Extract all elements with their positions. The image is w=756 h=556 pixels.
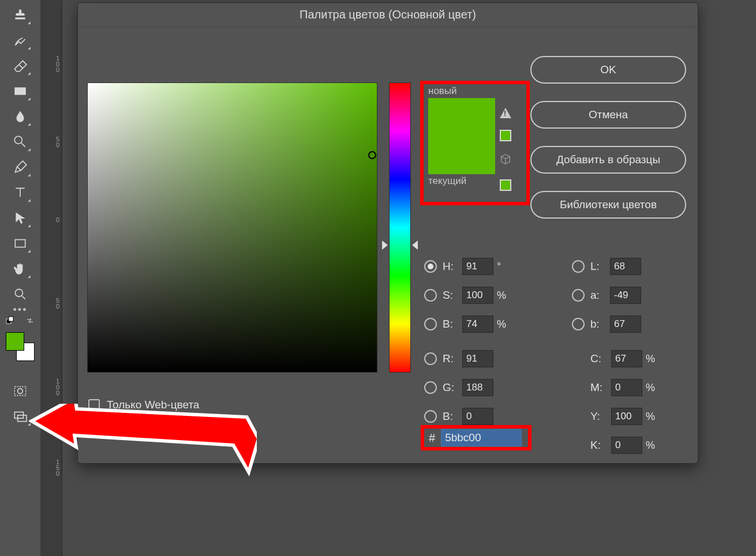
hue-handle-right-icon[interactable]: [412, 241, 418, 250]
svg-rect-6: [14, 386, 26, 395]
l-radio[interactable]: [572, 260, 585, 273]
path-select-tool-icon[interactable]: [6, 206, 34, 230]
b-hsb-label: B:: [443, 318, 459, 330]
l-input[interactable]: [610, 258, 641, 275]
saturation-brightness-field[interactable]: [87, 82, 377, 373]
b-hsb-unit: %: [497, 318, 508, 330]
svg-point-7: [18, 389, 23, 394]
b-rgb-label: B:: [443, 410, 459, 423]
hex-highlight: #: [421, 425, 532, 450]
l-label: L:: [590, 260, 607, 273]
hex-hash-label: #: [429, 431, 435, 445]
sv-cursor-icon: [368, 151, 376, 159]
g-label: G:: [443, 381, 459, 394]
vertical-ruler: 10050050100150: [40, 0, 62, 556]
y-label: Y:: [590, 410, 608, 423]
m-unit: %: [646, 382, 657, 394]
new-color-label: новый: [428, 85, 522, 97]
gamut-warning-icon[interactable]: [500, 108, 511, 118]
eraser-tool-icon[interactable]: [6, 54, 34, 77]
s-input[interactable]: [462, 287, 493, 304]
swatch-side-icons: [499, 108, 512, 191]
web-only-checkbox[interactable]: [88, 399, 100, 411]
new-color-swatch[interactable]: [428, 98, 495, 174]
h-radio[interactable]: [424, 260, 437, 273]
b-lab-radio[interactable]: [572, 318, 585, 330]
a-label: a:: [590, 289, 607, 302]
history-brush-tool-icon[interactable]: [6, 29, 34, 52]
quickmask-tool-icon[interactable]: [6, 380, 34, 403]
add-to-swatches-button[interactable]: Добавить в образцы: [530, 146, 686, 174]
default-colors-icon[interactable]: [6, 316, 15, 328]
foreground-color-swatch[interactable]: [6, 332, 24, 351]
blur-tool-icon[interactable]: [6, 105, 34, 128]
h-label: H:: [443, 260, 459, 273]
rectangle-tool-icon[interactable]: [6, 232, 34, 255]
a-input[interactable]: [610, 287, 641, 304]
y-input[interactable]: [611, 408, 642, 425]
c-label: C:: [590, 352, 608, 365]
svg-rect-0: [14, 88, 26, 95]
k-unit: %: [646, 439, 657, 452]
b-lab-input[interactable]: [610, 315, 641, 333]
y-unit: %: [646, 411, 657, 423]
g-radio[interactable]: [424, 381, 437, 394]
b-rgb-radio[interactable]: [424, 410, 437, 423]
svg-rect-2: [15, 240, 25, 247]
a-radio[interactable]: [572, 289, 585, 302]
c-unit: %: [646, 353, 657, 365]
s-label: S:: [443, 289, 459, 302]
b-rgb-input[interactable]: [462, 408, 493, 425]
hue-handle-left-icon[interactable]: [382, 241, 388, 250]
hand-tool-icon[interactable]: [6, 257, 34, 280]
g-input[interactable]: [462, 379, 493, 396]
svg-point-3: [15, 289, 23, 296]
websafe-warning-icon[interactable]: [499, 153, 512, 168]
gamut-swatch-icon[interactable]: [500, 130, 511, 141]
m-input[interactable]: [611, 379, 642, 396]
websafe-swatch-icon[interactable]: [500, 179, 511, 191]
s-radio[interactable]: [424, 289, 437, 302]
swap-colors-icon[interactable]: [25, 316, 35, 328]
new-current-highlight: новый текущий: [420, 81, 530, 205]
svg-rect-5: [9, 317, 13, 321]
gradient-tool-icon[interactable]: [6, 80, 34, 103]
k-label: K:: [590, 439, 608, 452]
foreground-background-swatch[interactable]: [6, 332, 35, 361]
k-input[interactable]: [611, 437, 642, 454]
h-unit: °: [497, 261, 508, 273]
tool-separator-icon: •••: [9, 308, 32, 311]
s-unit: %: [497, 290, 508, 302]
type-tool-icon[interactable]: [6, 181, 34, 204]
dialog-title: Палитра цветов (Основной цвет): [78, 3, 698, 27]
screenmode-tool-icon[interactable]: [6, 405, 34, 428]
m-label: M:: [590, 381, 608, 394]
b-hsb-radio[interactable]: [424, 318, 437, 330]
color-libraries-button[interactable]: Библиотеки цветов: [530, 191, 686, 219]
r-label: R:: [443, 352, 459, 365]
b-hsb-input[interactable]: [462, 315, 493, 333]
zoom-tool-icon[interactable]: [6, 283, 34, 306]
ok-button[interactable]: OK: [530, 56, 686, 84]
svg-point-1: [14, 136, 22, 144]
dodge-tool-icon[interactable]: [6, 130, 34, 153]
b-lab-label: b:: [590, 318, 607, 330]
r-input[interactable]: [462, 350, 493, 367]
cancel-button[interactable]: Отмена: [530, 101, 686, 129]
c-input[interactable]: [611, 350, 642, 367]
lab-cmyk-column: L: a: b: C:% M:% Y:% K:%: [572, 252, 657, 460]
hsb-rgb-column: H:° S:% B:% R: G: B:: [424, 252, 508, 431]
color-picker-dialog: Палитра цветов (Основной цвет) новый тек…: [77, 2, 698, 464]
r-radio[interactable]: [424, 352, 437, 365]
pen-tool-icon[interactable]: [6, 156, 34, 179]
tool-panel: •••: [0, 0, 40, 556]
web-only-label: Только Web-цвета: [107, 399, 199, 411]
stamp-tool-icon[interactable]: [6, 3, 34, 27]
h-input[interactable]: [462, 258, 493, 275]
hue-slider[interactable]: [389, 82, 411, 373]
hex-input[interactable]: [441, 429, 522, 446]
